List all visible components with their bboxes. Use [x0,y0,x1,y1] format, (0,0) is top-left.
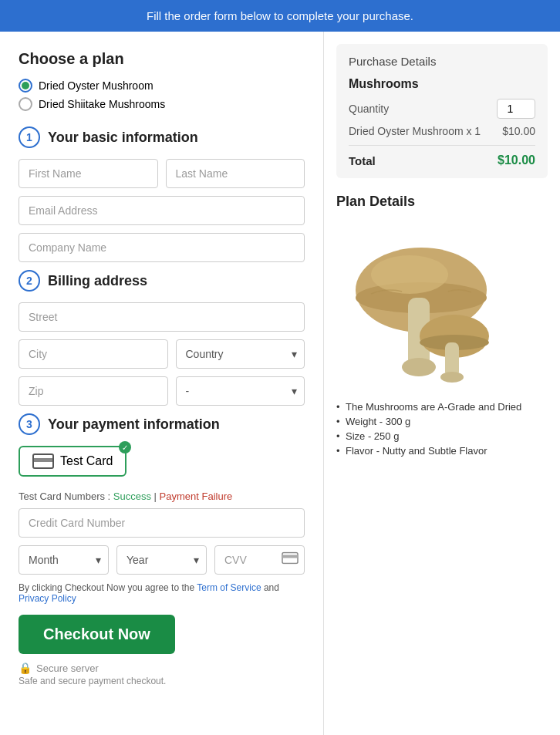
plan-details-title: Plan Details [336,194,548,210]
cc-row [19,508,305,538]
terms-text: By clicking Checkout Now you agree to th… [19,582,305,604]
choose-plan-title: Choose a plan [19,50,305,68]
svg-point-6 [402,358,436,376]
plan-option-shiitake[interactable]: Dried Shiitake Mushrooms [19,97,305,111]
secure-label: Secure server [36,663,99,674]
total-row: Total $10.00 [349,153,535,167]
cc-input[interactable] [19,508,305,538]
quantity-input[interactable] [497,99,535,119]
total-label: Total [349,154,376,167]
plan-shiitake-label: Dried Shiitake Mushrooms [39,98,165,110]
expiry-cvv-row: Month Year [19,545,305,575]
secure-subtext: Safe and secure payment checkout. [19,676,305,686]
plan-oyster-label: Dried Oyster Mushroom [39,79,153,92]
email-input[interactable] [19,196,305,225]
test-card-option[interactable]: Test Card ✓ [19,446,127,477]
quantity-row: Quantity [349,99,535,119]
first-name-input[interactable] [19,159,158,188]
right-panel: Purchase Details Mushrooms Quantity Drie… [324,32,560,735]
purchase-details-box: Purchase Details Mushrooms Quantity Drie… [336,44,548,178]
terms-of-service-link[interactable]: Term of Service [197,582,261,593]
cvv-wrapper [214,545,305,575]
bullet-2: Size - 250 g [336,430,548,442]
bullet-0: The Mushrooms are A-Grade and Dried [336,401,548,413]
month-wrapper: Month [19,545,109,575]
bullet-1: Weight - 300 g [336,416,548,427]
year-select[interactable]: Year [116,545,207,575]
total-price: $10.00 [498,153,535,167]
item-price: $10.00 [502,125,535,137]
step1-circle: 1 [19,126,40,148]
card-icon [32,453,54,469]
check-badge: ✓ [119,441,131,453]
step3-label: Your payment information [48,416,220,433]
lock-icon: 🔒 [19,662,32,674]
step2-circle: 2 [19,270,40,292]
street-input[interactable] [19,302,305,332]
mushroom-image [336,221,514,390]
divider [349,145,535,146]
item-label: Dried Oyster Mushroom x 1 [349,125,481,137]
city-country-row: Country [19,339,305,369]
quantity-label: Quantity [349,103,389,115]
secure-info: 🔒 Secure server [19,662,305,674]
test-card-label: Test Card [60,454,113,468]
city-input[interactable] [19,339,168,369]
cvv-card-icon [282,552,299,568]
plan-details: Plan Details [336,194,548,457]
privacy-policy-link[interactable]: Privacy Policy [19,593,76,604]
plan-options: Dried Oyster Mushroom Dried Shiitake Mus… [19,79,305,111]
success-link[interactable]: Success [113,491,151,502]
name-row [19,159,305,188]
step2-header: 2 Billing address [19,270,305,292]
left-panel: Choose a plan Dried Oyster Mushroom Drie… [0,32,324,735]
failure-link[interactable]: Payment Failure [160,491,233,502]
mushrooms-header: Mushrooms [349,77,535,91]
email-row [19,196,305,225]
company-input[interactable] [19,233,305,262]
item-row: Dried Oyster Mushroom x 1 $10.00 [349,125,535,137]
company-row [19,233,305,262]
plan-bullets: The Mushrooms are A-Grade and Dried Weig… [336,401,548,457]
zip-input[interactable] [19,376,168,406]
country-select[interactable]: Country [176,339,305,369]
purchase-details-title: Purchase Details [349,55,535,68]
last-name-input[interactable] [166,159,305,188]
step3-header: 3 Your payment information [19,413,305,435]
svg-point-4 [371,255,448,294]
step3-circle: 3 [19,413,40,435]
plan-option-oyster[interactable]: Dried Oyster Mushroom [19,79,305,93]
step1-header: 1 Your basic information [19,126,305,148]
svg-point-10 [440,372,464,383]
zip-state-row: - [19,376,305,406]
country-wrapper: Country [176,339,305,369]
state-wrapper: - [176,376,305,406]
street-row [19,302,305,332]
radio-shiitake[interactable] [19,97,32,111]
test-card-numbers: Test Card Numbers : Success | Payment Fa… [19,491,305,502]
state-select[interactable]: - [176,376,305,406]
bullet-3: Flavor - Nutty and Subtle Flavor [336,445,548,457]
top-banner: Fill the order form below to complete yo… [0,0,560,32]
year-wrapper: Year [116,545,207,575]
radio-oyster[interactable] [19,79,32,93]
step2-label: Billing address [48,273,147,289]
checkout-button[interactable]: Checkout Now [19,615,175,654]
banner-text: Fill the order form below to complete yo… [147,9,413,22]
step1-label: Your basic information [48,130,198,146]
month-select[interactable]: Month [19,545,109,575]
svg-rect-1 [282,555,298,558]
